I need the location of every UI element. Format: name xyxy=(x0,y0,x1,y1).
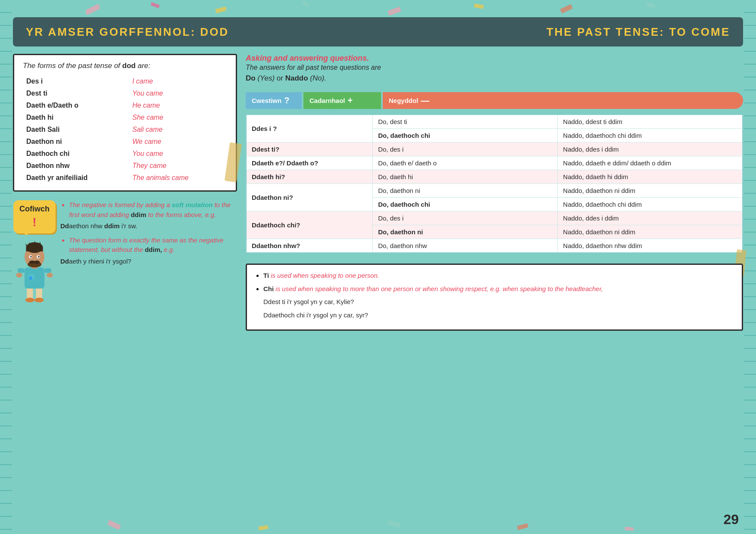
forms-welsh: Daeth hi xyxy=(23,112,129,124)
do-naddo-line: Do (Yes) or Naddo (No). xyxy=(246,74,743,83)
main-content: The forms of the past tense of dod are: … xyxy=(13,54,743,521)
header-welsh-title: YR AMSER GORFFENNOL: DOD xyxy=(26,25,229,39)
conj-negative2: Naddo, ddaethon ni ddim xyxy=(558,225,743,239)
forms-table-row: Daethon niWe came xyxy=(23,136,227,148)
notes-chi: Chi is used when speaking to more than o… xyxy=(263,284,734,294)
conj-table-row: Ddest ti? Do, des i Naddo, ddes i ddim xyxy=(246,143,743,156)
conj-negative: Naddo, ddes i ddim xyxy=(558,211,743,225)
conj-negative: Naddo, ddaeth hi ddim xyxy=(558,170,743,184)
forms-table-row: Des iI came xyxy=(23,75,227,87)
conj-table-row: Ddes i ? Do, dest ti Naddo, ddest ti ddi… xyxy=(246,115,743,129)
forms-english: Sali came xyxy=(129,124,227,136)
forms-welsh: Daethoch chi xyxy=(23,148,129,160)
forms-welsh: Daethon ni xyxy=(23,136,129,148)
forms-table-row: Daeth e/Daeth oHe came xyxy=(23,99,227,112)
conj-negative2: Naddo, ddaethoch chi ddim xyxy=(558,198,743,211)
conj-positive: Do, daeth hi xyxy=(373,170,558,184)
forms-welsh: Daeth e/Daeth o xyxy=(23,99,129,112)
forms-english: He came xyxy=(129,99,227,112)
example1-bold: ddim xyxy=(104,222,120,230)
conj-question: Ddes i ? xyxy=(246,115,373,143)
conj-question: Ddaethoch chi? xyxy=(246,211,373,239)
conj-negative: Naddo, ddaethon ni ddim xyxy=(558,184,743,198)
conj-positive: Do, daeth e/ daeth o xyxy=(373,156,558,170)
forms-title: The forms of the past tense of dod are: xyxy=(23,62,227,70)
questions-header: Asking and answering questions. The answ… xyxy=(246,54,743,87)
cofiwch-notes: The negative is formed by adding a soft … xyxy=(60,200,237,270)
svg-rect-14 xyxy=(26,248,43,251)
conj-negative: Naddo, ddaethon nhw ddim xyxy=(558,239,743,253)
col-negyddol: Negyddol — xyxy=(383,92,743,109)
conj-positive2: Do, daethoch chi xyxy=(373,129,558,143)
conj-table-row: Ddaethon ni? Do, daethon ni Naddo, ddaet… xyxy=(246,184,743,198)
cofiwch-bullet2: The question form is exactly the same as… xyxy=(69,236,237,267)
conj-table: Ddes i ? Do, dest ti Naddo, ddest ti ddi… xyxy=(246,114,743,253)
svg-point-10 xyxy=(47,273,53,278)
questions-title: Asking and answering questions. xyxy=(246,54,743,63)
conj-table-row: Ddaethoch chi? Do, des i Naddo, ddes i d… xyxy=(246,211,743,225)
conj-positive: Do, daethon ni xyxy=(373,184,558,198)
svg-rect-4 xyxy=(25,267,44,289)
conj-question: Ddaeth e?/ Ddaeth o? xyxy=(246,156,373,170)
conj-negative: Naddo, ddes i ddim xyxy=(558,143,743,156)
col-cwestiwn: Cwestiwn ? xyxy=(246,92,302,109)
notes-list: Ti is used when speaking to one person. … xyxy=(255,271,734,320)
forms-english: You came xyxy=(129,87,227,99)
conj-negative: Naddo, ddest ti ddim xyxy=(558,115,743,129)
conj-table-row: Ddaeth e?/ Ddaeth o? Do, daeth e/ daeth … xyxy=(246,156,743,170)
forms-english: They came xyxy=(129,160,227,172)
character-illustration: 🌀 xyxy=(13,237,56,306)
conj-positive: Do, des i xyxy=(373,211,558,225)
notes-ti: Ti is used when speaking to one person. xyxy=(263,271,734,281)
svg-point-3 xyxy=(34,298,44,302)
forms-english: She came xyxy=(129,112,227,124)
conj-question: Ddaethon ni? xyxy=(246,184,373,211)
forms-table-row: Dest tiYou came xyxy=(23,87,227,99)
svg-point-2 xyxy=(25,298,34,302)
forms-table-row: Daethoch chiYou came xyxy=(23,148,227,160)
forms-english: The animals came xyxy=(129,172,227,184)
forms-english: I came xyxy=(129,75,227,87)
forms-box: The forms of the past tense of dod are: … xyxy=(13,54,237,192)
forms-title-suffix: are: xyxy=(136,62,150,70)
forms-welsh: Daethon nhw xyxy=(23,160,129,172)
conj-question: Ddaeth hi? xyxy=(246,170,373,184)
forms-table-row: Daeth yr anifeiliaidThe animals came xyxy=(23,172,227,184)
forms-table-row: Daeth SaliSali came xyxy=(23,124,227,136)
svg-point-24 xyxy=(30,256,32,258)
conj-question: Ddest ti? xyxy=(246,143,373,156)
example2-prefix: Dd xyxy=(60,258,69,265)
svg-marker-18 xyxy=(39,242,42,248)
svg-text:🌀: 🌀 xyxy=(29,276,33,280)
question-icon: ? xyxy=(284,96,289,106)
example-line1: Ddest ti i'r ysgol yn y car, Kylie? xyxy=(263,297,734,307)
example1-root: aethon nhw xyxy=(69,222,104,230)
notebook-lines-right xyxy=(744,0,756,534)
questions-subtitle: The answers for all past tense questions… xyxy=(246,64,743,71)
example1-prefix: Dd xyxy=(60,222,69,230)
page-number: 29 xyxy=(723,512,739,528)
conj-table-row: Ddaethon nhw? Do, daethon nhw Naddo, dda… xyxy=(246,239,743,253)
cofiwch-section: Cofiwch ! 🌀 xyxy=(13,200,237,306)
cofiwch-label: Cofiwch xyxy=(19,205,50,213)
notes-box: Ti is used when speaking to one person. … xyxy=(246,264,743,331)
cofiwch-bullet1: The negative is formed by adding a soft … xyxy=(69,200,237,231)
conj-positive: Do, dest ti xyxy=(373,115,558,129)
conj-question: Ddaethon nhw? xyxy=(246,239,373,253)
conj-positive: Do, des i xyxy=(373,143,558,156)
conj-positive: Do, daethon nhw xyxy=(373,239,558,253)
example1: Ddaethon nhw ddim i'r sw. xyxy=(60,221,237,231)
notebook-lines-left xyxy=(0,0,12,534)
header-bar: YR AMSER GORFFENNOL: DOD THE PAST TENSE:… xyxy=(13,17,743,47)
example2-root: aeth y rhieni i'r ysgol? xyxy=(69,258,131,265)
col-headers: Cwestiwn ? Cadarnhaol + Negyddol — xyxy=(246,92,743,109)
forms-title-prefix: The forms of the past tense of xyxy=(23,62,122,70)
forms-table: Des iI cameDest tiYou cameDaeth e/Daeth … xyxy=(23,75,227,184)
example1-suffix: i'r sw. xyxy=(120,222,137,230)
right-panel: Asking and answering questions. The answ… xyxy=(246,54,743,521)
svg-point-25 xyxy=(38,256,40,258)
forms-welsh: Daeth yr anifeiliaid xyxy=(23,172,129,184)
col-cadarnhaol: Cadarnhaol + xyxy=(303,92,381,109)
header-english-title: THE PAST TENSE: TO COME xyxy=(547,25,730,39)
forms-welsh: Dest ti xyxy=(23,87,129,99)
